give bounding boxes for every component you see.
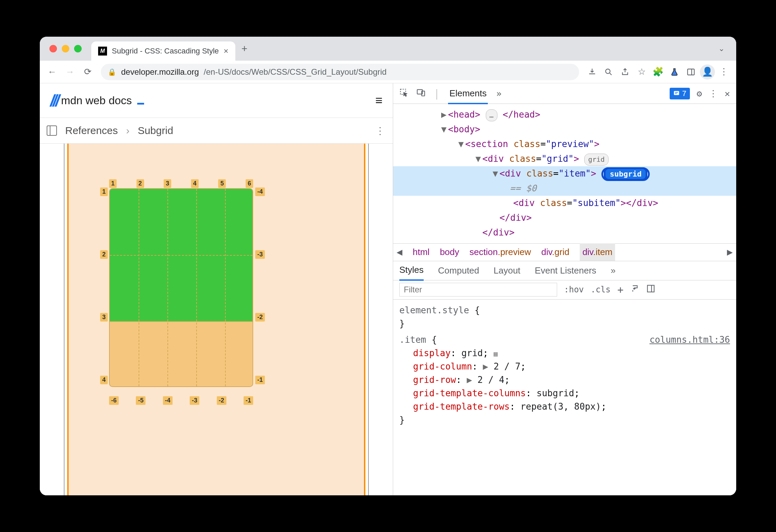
- filter-input[interactable]: [399, 283, 557, 297]
- bookmark-icon[interactable]: ☆: [634, 64, 649, 80]
- panel-toggle-icon[interactable]: [646, 284, 655, 295]
- crumb-section[interactable]: section.preview: [470, 247, 531, 257]
- svg-rect-6: [647, 285, 654, 292]
- dom-breadcrumb: ◀ html body section.preview div.grid div…: [393, 243, 736, 261]
- close-icon[interactable]: ✕: [725, 88, 730, 99]
- dom-tree[interactable]: ▶<head> … </head> ▼<body> ▼<section clas…: [393, 104, 736, 243]
- grid-label: -6: [109, 396, 119, 405]
- extensions-icon[interactable]: 🧩: [650, 64, 666, 80]
- subgrid-badge[interactable]: subgrid: [604, 167, 647, 181]
- tabs-dropdown-icon[interactable]: ⌄: [718, 44, 725, 53]
- mdn-logo-icon: ///: [50, 91, 58, 110]
- address-bar: ← → ⟳ 🔒 developer.mozilla.org/en-US/docs…: [40, 61, 736, 83]
- selected-dom-node[interactable]: ▼<div class="item"> subgrid == $0: [393, 166, 736, 196]
- window-controls: [49, 45, 82, 52]
- tab-event-listeners[interactable]: Event Listeners: [535, 261, 596, 280]
- crumb-item[interactable]: div.item: [580, 243, 615, 261]
- css-rules[interactable]: element.style { } .item {columns.html:36…: [393, 300, 736, 431]
- tab-computed[interactable]: Computed: [438, 261, 479, 280]
- source-link[interactable]: columns.html:36: [649, 333, 730, 347]
- breadcrumb-references[interactable]: References: [65, 125, 118, 136]
- grid-label: 6: [246, 179, 253, 188]
- crumb-body[interactable]: body: [440, 247, 459, 257]
- styles-tabs: Styles Computed Layout Event Listeners »: [393, 261, 736, 280]
- page-body: 1 2 3 4 5 6 1 2 3 4: [40, 144, 393, 495]
- mdn-underscore-icon: [137, 97, 144, 105]
- tab-title: Subgrid - CSS: Cascading Style: [112, 47, 219, 56]
- flask-icon[interactable]: [667, 64, 682, 80]
- mdn-logo[interactable]: /// mdn web docs: [50, 91, 144, 110]
- favicon-icon: M: [98, 47, 107, 56]
- format-icon[interactable]: [631, 284, 639, 295]
- grid-label: 1: [109, 179, 117, 188]
- lock-icon: 🔒: [108, 68, 116, 76]
- browser-tab[interactable]: M Subgrid - CSS: Cascading Style ×: [91, 41, 235, 61]
- crumb-grid[interactable]: div.grid: [541, 247, 569, 257]
- tab-layout[interactable]: Layout: [494, 261, 520, 280]
- styles-filter-bar: :hov .cls +: [393, 280, 736, 300]
- url-path: /en-US/docs/Web/CSS/CSS_Grid_Layout/Subg…: [204, 67, 387, 77]
- grid-label: 1: [100, 188, 108, 196]
- kebab-icon[interactable]: ⋮: [709, 88, 718, 99]
- url-host: developer.mozilla.org: [121, 67, 199, 77]
- more-tabs-icon[interactable]: »: [496, 88, 502, 99]
- back-button[interactable]: ←: [45, 64, 60, 80]
- menu-icon[interactable]: ⋮: [716, 64, 731, 80]
- sidebar-toggle-icon[interactable]: [47, 125, 57, 136]
- issues-badge[interactable]: 7: [670, 88, 690, 99]
- grid-label: 2: [137, 179, 144, 188]
- new-tab-button[interactable]: +: [242, 43, 248, 55]
- hov-button[interactable]: :hov: [564, 285, 584, 294]
- browser-window: M Subgrid - CSS: Cascading Style × + ⌄ ←…: [40, 37, 736, 495]
- tab-elements[interactable]: Elements: [448, 83, 488, 104]
- tab-bar: M Subgrid - CSS: Cascading Style × + ⌄: [40, 37, 736, 61]
- more-icon[interactable]: ⋮: [375, 125, 386, 136]
- grid-label: 5: [218, 179, 226, 188]
- grid-label: 2: [100, 250, 108, 259]
- grid-label: -2: [217, 396, 226, 405]
- close-tab-icon[interactable]: ×: [224, 46, 228, 56]
- svg-rect-5: [674, 91, 679, 95]
- maximize-window-button[interactable]: [74, 45, 82, 52]
- share-icon[interactable]: [618, 64, 633, 80]
- svg-point-0: [605, 69, 610, 73]
- inspect-icon[interactable]: [399, 88, 408, 99]
- hamburger-icon[interactable]: ≡: [375, 93, 383, 108]
- chevron-right-icon[interactable]: ▶: [727, 248, 733, 257]
- toolbar-icons: ☆ 🧩 👤 ⋮: [585, 64, 731, 80]
- grid-swatch-icon[interactable]: ▦: [494, 350, 498, 358]
- more-tabs-icon[interactable]: »: [611, 261, 615, 280]
- reload-button[interactable]: ⟳: [80, 64, 95, 80]
- grid-label: -5: [136, 396, 145, 405]
- mdn-header: /// mdn web docs ≡: [40, 83, 393, 118]
- grid-label: -3: [255, 250, 265, 259]
- grid-box: [109, 188, 253, 387]
- grid-label: -4: [255, 188, 265, 196]
- profile-icon[interactable]: 👤: [700, 64, 715, 80]
- install-icon[interactable]: [585, 64, 600, 80]
- svg-rect-1: [687, 69, 694, 75]
- forward-button[interactable]: →: [62, 64, 78, 80]
- device-icon[interactable]: [416, 88, 425, 99]
- panel-icon[interactable]: [683, 64, 698, 80]
- gear-icon[interactable]: ⚙: [697, 88, 702, 99]
- devtools-toolbar: | Elements » 7 ⚙ ⋮ ✕: [393, 83, 736, 104]
- grid-label: -1: [255, 376, 265, 384]
- chevron-left-icon[interactable]: ◀: [397, 248, 402, 257]
- minimize-window-button[interactable]: [62, 45, 69, 52]
- devtools-panel: | Elements » 7 ⚙ ⋮ ✕ ▶<head> … </head> ▼…: [393, 83, 736, 495]
- breadcrumb-current: Subgrid: [138, 125, 173, 136]
- new-rule-icon[interactable]: +: [618, 284, 624, 296]
- crumb-html[interactable]: html: [413, 247, 430, 257]
- mdn-logo-text: mdn web docs: [61, 94, 132, 107]
- tab-styles[interactable]: Styles: [399, 261, 424, 281]
- page-panel: /// mdn web docs ≡ References › Subgrid …: [40, 83, 393, 495]
- grid-label: -3: [190, 396, 199, 405]
- cls-button[interactable]: .cls: [591, 285, 611, 294]
- chevron-right-icon: ›: [126, 125, 129, 136]
- url-input[interactable]: 🔒 developer.mozilla.org/en-US/docs/Web/C…: [101, 64, 579, 80]
- close-window-button[interactable]: [49, 45, 57, 52]
- zoom-icon[interactable]: [601, 64, 616, 80]
- content-area: /// mdn web docs ≡ References › Subgrid …: [40, 83, 736, 495]
- grid-label: 3: [100, 313, 108, 322]
